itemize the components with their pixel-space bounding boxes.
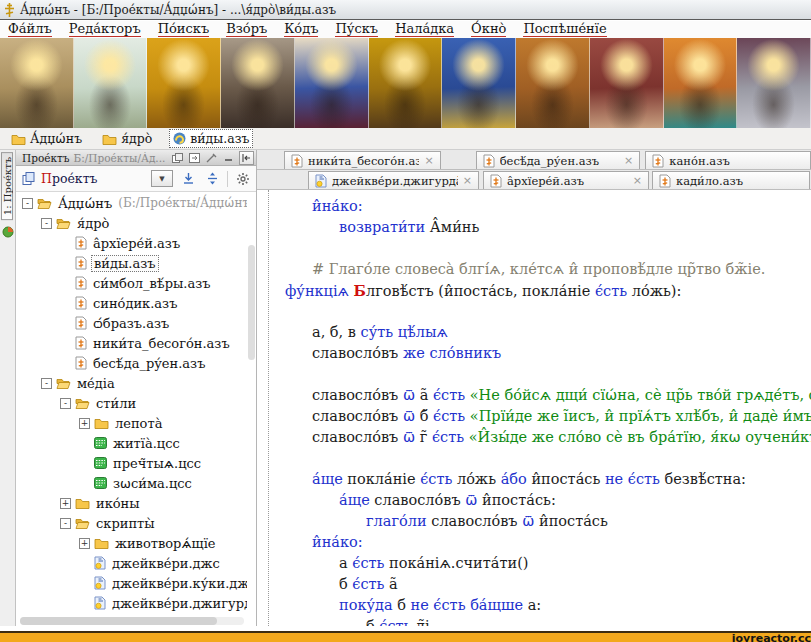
float-window-button[interactable] <box>171 152 184 164</box>
code-editor[interactable]: и̂на́ко:возврати́ти А̂ми́нь # Глаго́ле с… <box>257 190 811 626</box>
tree-item[interactable]: +ико́ны <box>16 493 247 513</box>
code-token: не є́сть <box>605 471 660 487</box>
hide-panel-button[interactable] <box>222 152 235 164</box>
tree-item[interactable]: преч̃тыѧ.цсс <box>16 453 247 473</box>
tree-item[interactable]: -я́дро̀ <box>16 213 247 233</box>
menu-item[interactable]: Нала́дка <box>395 22 454 37</box>
editor-tab[interactable]: а̂рхїере́й.азъ× <box>483 171 649 189</box>
tree-item[interactable]: бж̃тве́нный.джс <box>16 613 247 616</box>
tree-item-label: сино́дик.азъ <box>91 296 179 311</box>
code-token: а <box>339 555 352 571</box>
menu-item[interactable]: О́кно̀ <box>471 22 506 37</box>
editor-tab[interactable]: бесѣ́да_ру́ен.азъ× <box>476 151 641 169</box>
icon-trinity <box>0 38 74 128</box>
tree-item-label: ико́ны <box>94 496 142 511</box>
tree-item-label: бесѣ́да_ру́ен.азъ <box>91 356 207 371</box>
tree-item[interactable]: житїа̀.цсс <box>16 433 247 453</box>
code-token: а̃ <box>385 576 398 592</box>
dock-window-button[interactable] <box>188 152 201 164</box>
tree-item[interactable]: бесѣ́да_ру́ен.азъ <box>16 353 247 373</box>
expander-expand-icon[interactable]: + <box>79 418 90 429</box>
panel-settings-button[interactable] <box>205 152 218 164</box>
tab-close-icon[interactable]: × <box>463 174 472 187</box>
breadcrumb-item[interactable]: А́дџѡ́нъ <box>8 130 85 147</box>
tree-item[interactable]: -сти́ли <box>16 393 247 413</box>
tab-label: ники́та_бесого́н.азъ <box>308 154 419 168</box>
tree-item[interactable]: ѻ́бразъ.азъ <box>16 313 247 333</box>
menu-item[interactable]: Ко́дъ <box>284 22 318 37</box>
expand-all-button[interactable] <box>179 171 197 187</box>
breadcrumb-item[interactable]: я́дро̀ <box>99 130 155 147</box>
code-token: славосло́въ <box>312 387 403 403</box>
code-line: славосло́въ ѿ б̃ є́сть «Прїи́де же і̃исъ… <box>285 406 811 427</box>
expander-expand-icon[interactable]: + <box>60 498 71 509</box>
icon-silver-arch <box>737 38 811 128</box>
menu-item[interactable]: По́искъ <box>158 22 210 37</box>
gear-icon[interactable] <box>234 171 252 187</box>
folder-open-icon <box>75 517 90 529</box>
scope-dropdown[interactable]: ▼ <box>151 170 173 187</box>
tree-item[interactable]: -А́дџѡ́нъ (Б:/Прое́кты/А́дџѡ́нъ) <box>16 193 247 213</box>
az-icon <box>490 174 502 188</box>
code-token: є́сть <box>379 618 411 626</box>
code-token: пока́ніѧ.счита́ти() <box>384 555 528 571</box>
code-token: ѿ <box>465 492 477 508</box>
tree-item[interactable]: а̂рхїере́й.азъ <box>16 233 247 253</box>
code-token: є́сть <box>433 408 465 424</box>
menu-item[interactable]: Поспѣше́нїе <box>523 22 606 37</box>
project-scope-label[interactable]: Прое́ктъ <box>41 171 98 186</box>
tab-close-icon[interactable]: × <box>424 154 433 167</box>
tab-label: бесѣ́да_ру́ен.азъ <box>500 154 619 168</box>
icon-theotokos-blue <box>295 38 369 128</box>
code-line: # Глаго́ле словеса̀ блгі́ѧ, кле́тсѧ и̂ п… <box>285 259 811 280</box>
editor-tab[interactable]: джейкве́ри.джигурда̀.джс× <box>308 171 479 189</box>
tree-vertical-scrollbar[interactable] <box>248 245 255 360</box>
menu-item[interactable]: Пу́скъ <box>335 22 378 37</box>
tree-item[interactable]: джейкве́ри.ку́ки.джс <box>16 573 247 593</box>
code-line: поку́да б не є́сть ба́щше а: <box>285 595 811 616</box>
code-token: г̃ <box>415 429 432 445</box>
tab-label: а̂рхїере́й.азъ <box>507 174 628 188</box>
tree-item[interactable]: ви́ды.азъ <box>16 253 247 273</box>
tree-item[interactable]: си́мбол_вѣ́ры.азъ <box>16 273 247 293</box>
breadcrumb-item[interactable]: ви́ды.азъ <box>169 129 253 148</box>
expander-expand-icon[interactable]: + <box>79 538 90 549</box>
tab-close-icon[interactable]: × <box>624 154 633 167</box>
tree-item[interactable]: +животворѧ́щїе <box>16 533 247 553</box>
expander-collapse-icon[interactable]: - <box>41 378 52 389</box>
expander-collapse-icon[interactable]: - <box>60 398 71 409</box>
tab-row-1: ники́та_бесого́н.азъ×бесѣ́да_ру́ен.азъ×к… <box>257 150 811 170</box>
tree-item[interactable]: джейкве́ри.джигурда̀.джс <box>16 593 247 613</box>
az-icon <box>483 154 495 168</box>
collapse-left-button[interactable] <box>239 151 254 165</box>
code-token: славосло́въ <box>370 492 466 508</box>
expander-collapse-icon[interactable]: - <box>22 198 33 209</box>
tab-close-icon[interactable]: × <box>633 174 642 187</box>
tree-item[interactable]: -ме́діа <box>16 373 247 393</box>
tree-item[interactable]: ники́та_бесого́н.азъ <box>16 333 247 353</box>
code-line: б є́сть а̃ <box>285 574 811 595</box>
editor-tab[interactable]: ники́та_бесого́н.азъ× <box>284 151 441 169</box>
expander-collapse-icon[interactable]: - <box>60 518 71 529</box>
tree-item[interactable]: зѡси́ма.цсс <box>16 473 247 493</box>
tree-horizontal-scrollbar[interactable] <box>20 617 244 625</box>
menu-item[interactable]: Фа́йлъ <box>8 22 52 37</box>
expander-collapse-icon[interactable]: - <box>41 218 52 229</box>
tree-item[interactable]: +лепота̀ <box>16 413 247 433</box>
tree-item-label: ѻ́бразъ.азъ <box>91 316 171 331</box>
tree-item[interactable]: -скрипты̀ <box>16 513 247 533</box>
changes-icon[interactable] <box>1 226 14 238</box>
collapse-all-button[interactable] <box>203 171 221 187</box>
az-icon <box>291 154 303 168</box>
az-icon <box>75 336 87 350</box>
tree-item[interactable]: сино́дик.азъ <box>16 293 247 313</box>
menu-item[interactable]: Реда́кторъ <box>69 22 141 37</box>
editor-tab[interactable]: кади́ло.азъ <box>652 171 810 189</box>
tree-item[interactable]: джейкве́ри.джс <box>16 553 247 573</box>
editor-tab[interactable]: кано́н.азъ <box>645 151 811 169</box>
project-stripe-tab[interactable]: 1: Прое́ктъ <box>1 152 13 220</box>
tree-item-path: (Б:/Прое́кты/А́дџѡ́нъ) <box>118 196 247 210</box>
folder-open-icon <box>56 217 71 229</box>
code-token: ло́жь <box>452 471 500 487</box>
menu-item[interactable]: Взо́ръ <box>226 22 267 37</box>
